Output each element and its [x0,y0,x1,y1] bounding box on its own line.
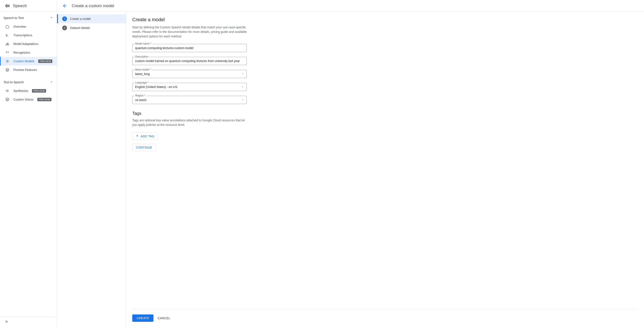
form-content: Create a model Start by defining the Cus… [126,12,644,327]
sidebar-item-custom-models[interactable]: Custom Models PREVIEW [0,57,57,66]
svg-rect-2 [8,5,8,7]
dropdown-arrow-icon [242,85,244,89]
svg-rect-21 [6,90,7,92]
svg-rect-13 [6,52,7,53]
sidebar-item-preview-features[interactable]: Preview Features [0,66,57,74]
section-title: Text-to-Speech [4,81,24,84]
product-title: Speech [13,4,27,8]
step-dataset-details[interactable]: 2 Dataset details [57,23,126,33]
description-input[interactable] [132,57,247,65]
svg-rect-6 [6,36,7,36]
step-number: 1 [62,17,67,21]
field-region: Region * us-east1 [132,96,247,104]
synthesize-icon [5,89,10,93]
continue-button[interactable]: CONTINUE [132,144,156,151]
sidebar-item-label: Custom Voices [14,98,34,101]
step-label: Dataset details [70,26,90,30]
svg-rect-9 [7,43,7,45]
field-label: Description [134,55,149,58]
sidebar-item-synthesize[interactable]: Synthesize PREVIEW [0,87,57,95]
form-heading: Create a model [132,17,638,23]
sidebar: Speech Speech-to-Text Overview Transcr [0,0,57,327]
sidebar-item-model-adaptations[interactable]: Model Adaptations [0,40,57,48]
field-label: Model name * [134,42,152,45]
svg-rect-17 [8,53,9,53]
sidebar-section-stt: Speech-to-Text Overview Transcriptions [0,12,57,76]
sidebar-item-custom-voices[interactable]: Custom Voices PREVIEW [0,95,57,104]
svg-rect-1 [6,4,7,8]
layers-icon [5,97,10,102]
svg-rect-7 [6,36,8,37]
adaptations-icon [5,42,10,46]
add-tag-button[interactable]: ADD TAG [132,132,158,140]
section-header-stt[interactable]: Speech-to-Text [0,14,57,22]
step-label: Create a model [70,17,91,21]
step-create-model[interactable]: 1 Create a model [57,14,126,23]
form-description: Start by defining the Custom Speech Mode… [132,25,247,39]
page-title: Create a custom model [72,4,114,8]
svg-rect-22 [7,90,8,92]
field-base-model: Base model * latest_long [132,70,247,78]
svg-rect-10 [8,43,8,45]
recognizers-icon [5,50,10,55]
sidebar-item-transcriptions[interactable]: Transcriptions [0,31,57,40]
chevron-up-icon [50,80,54,84]
home-icon [5,25,10,29]
custom-models-icon [5,59,10,63]
svg-rect-12 [6,52,7,52]
sidebar-item-label: Transcriptions [14,34,32,37]
section-title: Speech-to-Text [4,16,24,20]
sidebar-item-label: Synthesize [14,89,28,93]
sidebar-item-label: Custom Models [14,60,34,63]
main: Create a custom model 1 Create a model 2… [57,0,644,327]
field-label: Base model * [134,68,152,71]
svg-rect-3 [9,5,9,7]
sidebar-item-overview[interactable]: Overview [0,22,57,31]
svg-rect-15 [8,52,9,52]
preview-badge: PREVIEW [38,98,52,101]
svg-point-18 [7,61,8,62]
stepper-panel: 1 Create a model 2 Dataset details [57,12,126,327]
svg-point-19 [6,60,9,63]
preview-badge: PREVIEW [38,60,52,63]
select-value: latest_long [135,72,150,76]
back-button[interactable] [62,3,68,9]
create-button[interactable]: CREATE [132,314,154,322]
svg-rect-0 [6,5,6,7]
speech-logo-icon [5,3,10,9]
main-header: Create a custom model [57,0,644,12]
app-root: Speech Speech-to-Text Overview Transcr [0,0,644,327]
transcriptions-icon [5,33,10,38]
footer-actions: CREATE CANCEL [132,309,638,322]
svg-rect-23 [8,90,8,92]
sidebar-item-recognizers[interactable]: Recognizers [0,48,57,57]
select-value: us-east1 [135,98,147,102]
dropdown-arrow-icon [242,72,244,76]
svg-rect-5 [6,35,8,35]
plus-icon [136,134,139,138]
tags-description: Tags are optional key-value annotations … [132,118,247,127]
region-select[interactable]: us-east1 [132,96,247,104]
collapse-sidebar-button[interactable] [5,321,9,324]
field-label: Region * [134,94,146,97]
sidebar-item-label: Preview Features [14,68,37,72]
section-header-tts[interactable]: Text-to-Speech [0,78,57,87]
sidebar-item-label: Recognizers [14,51,30,54]
layers-icon [5,68,10,72]
svg-rect-4 [6,34,7,35]
cancel-button[interactable]: CANCEL [158,316,170,320]
language-select[interactable]: English (United States) - en-US [132,83,247,91]
sidebar-header: Speech [0,0,57,12]
field-model-name: Model name * [132,44,247,52]
chevron-up-icon [50,16,54,20]
svg-rect-11 [8,44,9,46]
select-value: English (United States) - en-US [135,85,177,89]
main-body: 1 Create a model 2 Dataset details Creat… [57,12,644,327]
button-label: ADD TAG [141,135,154,138]
field-description: Description [132,57,247,65]
svg-rect-24 [8,90,9,92]
step-number: 2 [62,26,67,30]
sidebar-item-label: Model Adaptations [14,42,38,46]
svg-rect-16 [8,52,9,53]
svg-rect-14 [6,53,7,53]
